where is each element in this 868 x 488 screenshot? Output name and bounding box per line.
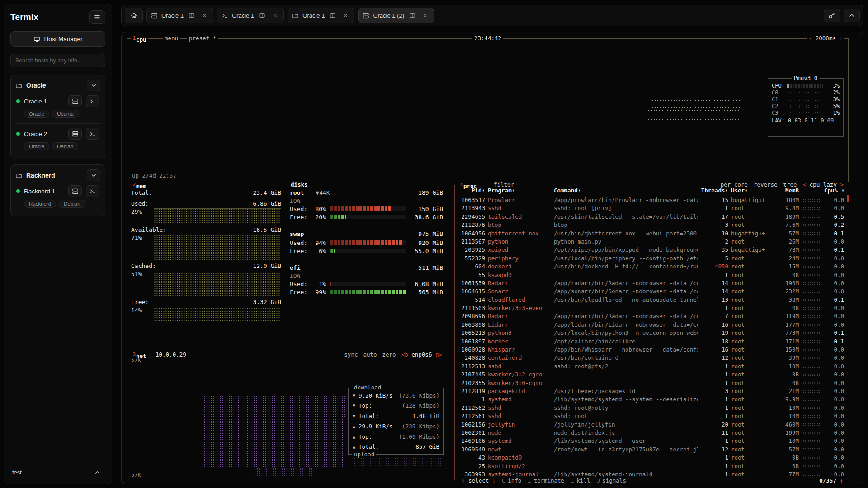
terminal-view[interactable]: 1cpu menu preset * 23:44:42 - 2000ms + u… bbox=[121, 32, 863, 484]
upload-graph bbox=[254, 467, 317, 476]
process-row[interactable]: 25ksoftirqd/21root0B0.0 bbox=[458, 462, 846, 470]
process-row[interactable]: 2111503kworker/3:3-even1root0B0.0 bbox=[458, 304, 846, 312]
menu-button[interactable]: menu bbox=[163, 35, 180, 42]
home-button[interactable] bbox=[125, 8, 143, 23]
close-tab-button[interactable] bbox=[200, 11, 209, 20]
chevron-up-icon bbox=[848, 12, 855, 19]
process-row[interactable]: 1063517Prowlarr/app/prowlarr/bin/Prowlar… bbox=[458, 196, 846, 204]
process-row[interactable]: 2112562sshdsshd: root@notty1root10M0.0 bbox=[458, 404, 846, 412]
snippets-collapse-button[interactable] bbox=[91, 467, 104, 478]
disk-name: efi bbox=[290, 264, 300, 272]
split-tab-button[interactable] bbox=[328, 11, 337, 20]
host-row[interactable]: Racknerd 1 bbox=[15, 181, 100, 200]
host-connect-button[interactable] bbox=[68, 128, 82, 140]
close-tab-button[interactable] bbox=[341, 11, 350, 20]
process-row[interactable]: 1065213python3/usr/local/bin/python3 -m … bbox=[458, 329, 846, 337]
process-pid: 1065213 bbox=[458, 329, 485, 337]
process-command bbox=[554, 454, 698, 462]
process-row[interactable]: 552329periphery/usr/local/bin/periphery … bbox=[458, 254, 846, 263]
process-threads: 1 bbox=[700, 462, 728, 470]
process-row[interactable]: 1063898Lidarr/app/lidarr/bin/Lidarr -nob… bbox=[458, 321, 846, 329]
proc-action-kill[interactable]: kill bbox=[571, 477, 590, 484]
process-row[interactable]: 1060928Whisparr/app/bin/Whisparr --nobro… bbox=[458, 346, 846, 354]
proc-action-signals[interactable]: signals bbox=[597, 477, 626, 484]
process-row[interactable]: 2112819packagekitd/usr/libexec/packageki… bbox=[458, 387, 846, 395]
process-row[interactable]: 240828containerd/usr/bin/containerd12roo… bbox=[458, 354, 846, 362]
process-row[interactable]: 604dockerd/usr/bin/dockerd -H fd:// --co… bbox=[458, 263, 846, 271]
host-group-header[interactable]: Oracle bbox=[15, 80, 100, 91]
process-row[interactable]: 1061897Worker/opt/calibre/bin/calibre18r… bbox=[458, 338, 846, 346]
host-row[interactable]: Oracle 1 bbox=[15, 91, 100, 110]
close-icon bbox=[343, 13, 349, 19]
net-toggle-zero[interactable]: zero bbox=[382, 351, 396, 358]
host-search-input[interactable] bbox=[10, 54, 105, 67]
split-tab-button[interactable] bbox=[187, 11, 196, 20]
process-pid: 2112513 bbox=[458, 362, 485, 371]
process-user: root bbox=[731, 354, 774, 362]
process-row[interactable]: 2102355kworker/3:0-cgro1root0B0.0 bbox=[458, 379, 846, 387]
terminal-tab[interactable]: Oracle 1 bbox=[288, 8, 354, 23]
process-row[interactable]: 2112876btopbtop3root7.6M0.2 bbox=[458, 221, 846, 229]
iface-selector[interactable]: <b enp0s6 n> bbox=[401, 351, 442, 358]
disk-header: efi511 MiB bbox=[290, 264, 443, 272]
proc-action-info[interactable]: info bbox=[502, 477, 521, 484]
process-row[interactable]: 514cloudflared/usr/bin/cloudflared --no-… bbox=[458, 296, 846, 304]
process-command: /usr/bin/dockerd -H fd:// --containerd=/… bbox=[554, 263, 698, 271]
monitor-icon bbox=[33, 36, 40, 42]
close-tab-button[interactable] bbox=[270, 11, 279, 20]
host-terminal-button[interactable] bbox=[86, 95, 99, 107]
process-row[interactable]: 3969549newt/root/newt --id z3rtyep2175u8… bbox=[458, 446, 846, 454]
disk-header: root▼44K189 GiB bbox=[290, 189, 443, 197]
process-row[interactable]: 43kcompactd01root0B0.0 bbox=[458, 454, 846, 462]
process-row[interactable]: 1062156jellyfin/jellyfin/jellyfin20root4… bbox=[458, 421, 846, 429]
host-connect-button[interactable] bbox=[68, 185, 82, 197]
proc-scrollbar[interactable] bbox=[847, 195, 849, 202]
split-tab-button[interactable] bbox=[258, 11, 267, 20]
status-dot-online bbox=[16, 132, 20, 136]
process-row[interactable]: 203925xpiped/opt/xpipe/app/bin/xpiped --… bbox=[458, 246, 846, 254]
host-connect-button[interactable] bbox=[68, 95, 82, 107]
process-row[interactable]: 2098696Radarr/app/radarr/bin/Radarr -nob… bbox=[458, 312, 846, 320]
process-command: /lib/systemd/systemd --user bbox=[554, 437, 698, 445]
collapse-tabbar-button[interactable] bbox=[844, 9, 860, 22]
host-row[interactable]: Oracle 2 bbox=[15, 124, 100, 142]
proc-sort-column[interactable]: Cpu% ↑ bbox=[824, 187, 844, 196]
process-cpu: 0.0 bbox=[824, 204, 844, 212]
process-row[interactable]: 1061539Radarr/app/radarr/bin/Radarr -nob… bbox=[458, 279, 846, 287]
group-collapse-button[interactable] bbox=[87, 169, 100, 181]
host-tag: Oracle bbox=[24, 110, 49, 118]
process-row[interactable]: 1064956qbittorrent-nox/usr/bin/qbittorre… bbox=[458, 230, 846, 238]
host-group-header[interactable]: Racknerd bbox=[15, 169, 100, 181]
group-collapse-button[interactable] bbox=[87, 80, 100, 91]
process-row[interactable]: 1systemd/lib/systemd/systemd --system --… bbox=[458, 395, 846, 404]
process-mem: 10M bbox=[776, 404, 799, 412]
host-terminal-button[interactable] bbox=[86, 128, 99, 140]
interval-control[interactable]: - 2000ms + bbox=[807, 35, 844, 42]
process-row[interactable]: 2112513sshdsshd: root@pts/21root10M0.0 bbox=[458, 362, 846, 371]
process-row[interactable]: 1062301nodenode dist/index.js11root199M0… bbox=[458, 429, 846, 437]
close-tab-button[interactable] bbox=[420, 11, 429, 20]
terminal-tab[interactable]: Oracle 1 bbox=[146, 8, 213, 23]
process-row[interactable]: 2113567pythonpython main.py2root26M0.0 bbox=[458, 238, 846, 246]
process-pid: 1063517 bbox=[458, 196, 485, 204]
process-mem: 39M bbox=[776, 354, 799, 362]
process-row[interactable]: 2294655tailscaled/usr/sbin/tailscaled --… bbox=[458, 213, 846, 221]
net-toggle-auto[interactable]: auto bbox=[363, 351, 377, 358]
host-manager-button[interactable]: Host Manager bbox=[10, 31, 105, 47]
process-row[interactable]: 55kswapd01root0B0.0 bbox=[458, 271, 846, 279]
admin-button[interactable] bbox=[824, 9, 840, 22]
preset-button[interactable]: preset * bbox=[187, 35, 218, 42]
proc-action-terminate[interactable]: terminate bbox=[528, 477, 564, 484]
process-row[interactable]: 2113943sshdsshd: root [priv]1root9.4M0.0 bbox=[458, 204, 846, 212]
split-tab-button[interactable] bbox=[408, 11, 417, 20]
process-row[interactable]: 1469106systemd/lib/systemd/systemd --use… bbox=[458, 437, 846, 445]
sidebar-collapse-button[interactable] bbox=[89, 10, 105, 24]
terminal-tab[interactable]: Oracle 1 bbox=[217, 8, 284, 23]
terminal-tab[interactable]: Oracle 1 (2) bbox=[358, 8, 434, 23]
process-row[interactable]: 1064615Sonarr/app/sonarr/bin/Sonarr -nob… bbox=[458, 287, 846, 296]
host-terminal-button[interactable] bbox=[86, 185, 99, 197]
process-cpu-graph bbox=[802, 199, 821, 202]
process-row[interactable]: 2112561sshdsshd: root1root10M0.0 bbox=[458, 412, 846, 420]
net-toggle-sync[interactable]: sync bbox=[344, 351, 358, 358]
process-row[interactable]: 2107445kworker/3:2-cgro1root0B0.0 bbox=[458, 371, 846, 379]
